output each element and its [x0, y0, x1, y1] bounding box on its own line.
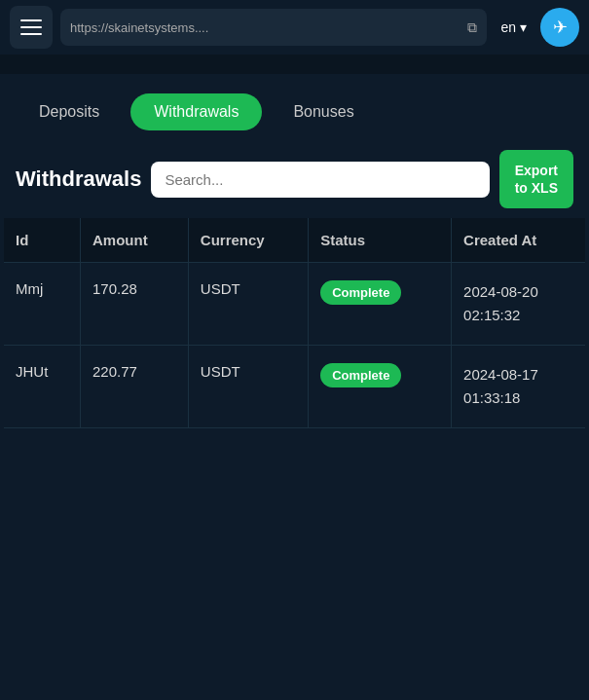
cell-id: Mmj [4, 263, 81, 346]
language-button[interactable]: en ▾ [495, 16, 533, 39]
cell-created-at: 2024-08-2002:15:32 [452, 263, 585, 346]
cell-currency: USDT [188, 346, 308, 428]
menu-icon-line3 [20, 33, 42, 35]
col-header-created-at: Created At [452, 218, 585, 263]
menu-icon-line2 [20, 26, 42, 28]
menu-icon-line1 [20, 19, 42, 21]
chevron-down-icon: ▾ [520, 19, 527, 35]
table-row: JHUt 220.77 USDT Complete 2024-08-1701:3… [4, 346, 585, 428]
copy-icon[interactable]: ⧉ [467, 19, 477, 36]
cell-amount: 220.77 [81, 346, 189, 428]
status-badge: Complete [320, 363, 401, 387]
tab-withdrawals[interactable]: Withdrawals [130, 93, 262, 130]
telegram-button[interactable]: ✈ [540, 8, 579, 47]
search-box [151, 162, 489, 198]
export-button[interactable]: Exportto XLS [499, 150, 573, 208]
menu-button[interactable] [10, 6, 53, 49]
table-row: Mmj 170.28 USDT Complete 2024-08-2002:15… [4, 263, 585, 346]
col-header-id: Id [4, 218, 81, 263]
dark-band [0, 55, 589, 74]
url-bar: https://skainetsystems.... ⧉ [60, 9, 487, 46]
col-header-currency: Currency [188, 218, 308, 263]
table-wrapper: Id Amount Currency Status Created At Mmj… [0, 218, 589, 428]
cell-created-at: 2024-08-1701:33:18 [452, 346, 585, 428]
cell-id: JHUt [4, 346, 81, 428]
col-header-status: Status [309, 218, 452, 263]
tab-deposits[interactable]: Deposits [16, 93, 123, 130]
top-bar: https://skainetsystems.... ⧉ en ▾ ✈ [0, 0, 589, 55]
url-text: https://skainetsystems.... [70, 20, 460, 35]
search-input[interactable] [165, 171, 475, 188]
telegram-icon: ✈ [553, 17, 568, 38]
status-badge: Complete [320, 280, 401, 305]
cell-currency: USDT [188, 263, 308, 346]
page-title: Withdrawals [16, 166, 141, 192]
table-header-row: Id Amount Currency Status Created At [4, 218, 585, 263]
cell-status: Complete [309, 263, 452, 346]
tab-bonuses[interactable]: Bonuses [270, 93, 377, 130]
col-header-amount: Amount [81, 218, 189, 263]
lang-label: en [500, 19, 516, 35]
title-row: Withdrawals Exportto XLS [0, 130, 589, 218]
cell-amount: 170.28 [81, 263, 189, 346]
withdrawals-table: Id Amount Currency Status Created At Mmj… [4, 218, 585, 428]
cell-status: Complete [309, 346, 452, 428]
tabs-section: Deposits Withdrawals Bonuses [0, 74, 589, 130]
